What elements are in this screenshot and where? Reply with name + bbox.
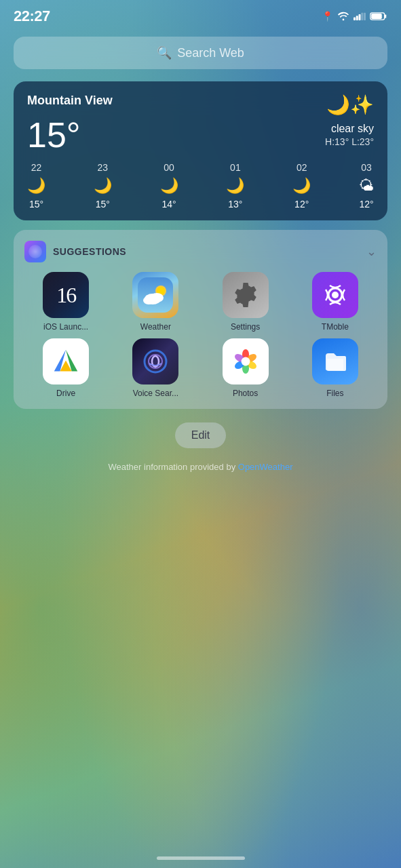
tmoble-app-label: TMoble — [322, 322, 349, 332]
app-item-photos[interactable]: Photos — [204, 338, 287, 398]
svg-rect-3 — [361, 13, 363, 20]
weather-description: clear sky — [325, 123, 374, 135]
svg-rect-7 — [371, 14, 382, 19]
forecast-icon-5: 🌤 — [359, 177, 374, 195]
svg-point-15 — [332, 292, 339, 298]
photos-app-icon — [223, 338, 269, 384]
apps-grid: 16 iOS Launc... — [24, 272, 377, 398]
settings-app-icon — [223, 272, 269, 318]
weather-temperature: 15° — [27, 117, 81, 153]
openweather-link[interactable]: OpenWeather — [238, 462, 293, 472]
forecast-temp-3: 13° — [228, 199, 242, 210]
tmoble-app-icon — [312, 272, 358, 318]
svg-point-13 — [143, 296, 154, 304]
forecast-item-4: 02 🌙 12° — [292, 162, 311, 210]
status-icons: 📍 — [322, 11, 387, 22]
forecast-hour-0: 22 — [31, 162, 42, 173]
suggestions-title: SUGGESTIONS — [53, 246, 126, 257]
svg-rect-6 — [385, 14, 387, 18]
wifi-icon — [337, 12, 349, 21]
weather-high: H:13° — [325, 136, 349, 147]
forecast-temp-1: 15° — [96, 199, 110, 210]
app-item-weather[interactable]: Weather — [114, 272, 197, 332]
settings-app-label: Settings — [231, 322, 260, 332]
forecast-icon-2: 🌙 — [160, 177, 178, 195]
suggestions-title-row: SUGGESTIONS — [24, 241, 126, 262]
weather-night-icon: 🌙✨ — [326, 94, 374, 116]
weather-temp-row: 15° clear sky H:13° L:23° — [27, 117, 374, 153]
search-bar[interactable]: 🔍 Search Web — [14, 37, 387, 69]
signal-icon — [354, 12, 366, 21]
weather-app-icon — [132, 272, 178, 318]
app-item-settings[interactable]: Settings — [204, 272, 287, 332]
forecast-hour-2: 00 — [164, 162, 174, 173]
svg-point-29 — [241, 357, 250, 366]
suggestions-header: SUGGESTIONS ⌄ — [24, 241, 377, 262]
forecast-item-0: 22 🌙 15° — [27, 162, 45, 210]
voice-search-app-label: Voice Sear... — [133, 389, 178, 398]
forecast-icon-3: 🌙 — [226, 177, 244, 195]
siri-inner — [28, 245, 42, 258]
app-item-files[interactable]: Files — [294, 338, 377, 398]
weather-low: L:23° — [351, 136, 374, 147]
weather-location: Mountain View — [27, 94, 113, 108]
location-icon: 📍 — [322, 11, 333, 22]
search-bar-container: 🔍 Search Web — [0, 30, 401, 76]
forecast-item-2: 00 🌙 14° — [160, 162, 178, 210]
weather-widget[interactable]: Mountain View 🌙✨ 15° clear sky H:13° L:2… — [14, 81, 387, 220]
forecast-temp-2: 14° — [162, 199, 176, 210]
forecast-icon-4: 🌙 — [292, 177, 311, 195]
svg-rect-4 — [364, 13, 366, 20]
forecast-temp-0: 15° — [29, 199, 43, 210]
app-item-tmoble[interactable]: TMoble — [294, 272, 377, 332]
drive-app-icon — [43, 338, 89, 384]
files-app-label: Files — [326, 389, 343, 398]
ios-launcher-icon: 16 — [43, 272, 89, 318]
footer-text: Weather information provided by OpenWeat… — [14, 462, 387, 472]
battery-icon — [370, 12, 387, 21]
forecast-item-1: 23 🌙 15° — [94, 162, 112, 210]
chevron-down-icon[interactable]: ⌄ — [366, 244, 377, 259]
forecast-hour-3: 01 — [230, 162, 241, 173]
forecast-item-5: 03 🌤 12° — [359, 162, 374, 210]
suggestions-widget: SUGGESTIONS ⌄ 16 iOS Launc... — [14, 230, 387, 409]
forecast-hour-5: 03 — [361, 162, 372, 173]
app-item-drive[interactable]: Drive — [24, 338, 107, 398]
voice-search-app-icon — [132, 338, 178, 384]
forecast-hour-4: 02 — [297, 162, 307, 173]
svg-point-20 — [145, 351, 166, 372]
drive-app-label: Drive — [56, 389, 75, 398]
forecast-hour-1: 23 — [98, 162, 109, 173]
photos-app-label: Photos — [233, 389, 258, 398]
search-icon: 🔍 — [157, 45, 172, 60]
weather-desc-block: clear sky H:13° L:23° — [325, 123, 374, 147]
files-app-icon — [312, 338, 358, 384]
svg-rect-0 — [354, 18, 356, 21]
forecast-icon-0: 🌙 — [27, 177, 45, 195]
edit-button[interactable]: Edit — [175, 422, 227, 448]
weather-app-label: Weather — [140, 322, 171, 332]
edit-button-container: Edit — [0, 422, 401, 448]
forecast-temp-4: 12° — [294, 199, 309, 210]
weather-high-low: H:13° L:23° — [325, 136, 374, 147]
ios-launcher-label: iOS Launc... — [43, 322, 88, 332]
home-indicator — [157, 856, 245, 860]
svg-rect-1 — [356, 16, 358, 20]
siri-icon — [24, 241, 46, 262]
app-item-voice-search[interactable]: Voice Sear... — [114, 338, 197, 398]
weather-forecast: 22 🌙 15° 23 🌙 15° 00 🌙 14° 01 🌙 13° 02 🌙… — [27, 162, 374, 210]
forecast-icon-1: 🌙 — [94, 177, 112, 195]
app-item-ios-launcher[interactable]: 16 iOS Launc... — [24, 272, 107, 332]
status-bar: 22:27 📍 — [0, 0, 401, 30]
forecast-item-3: 01 🌙 13° — [226, 162, 244, 210]
svg-rect-2 — [359, 14, 361, 20]
search-placeholder-text: Search Web — [177, 46, 244, 60]
status-time: 22:27 — [14, 7, 50, 25]
weather-header: Mountain View 🌙✨ — [27, 94, 374, 116]
footer-attribution: Weather information provided by — [109, 462, 238, 472]
forecast-temp-5: 12° — [359, 199, 373, 210]
